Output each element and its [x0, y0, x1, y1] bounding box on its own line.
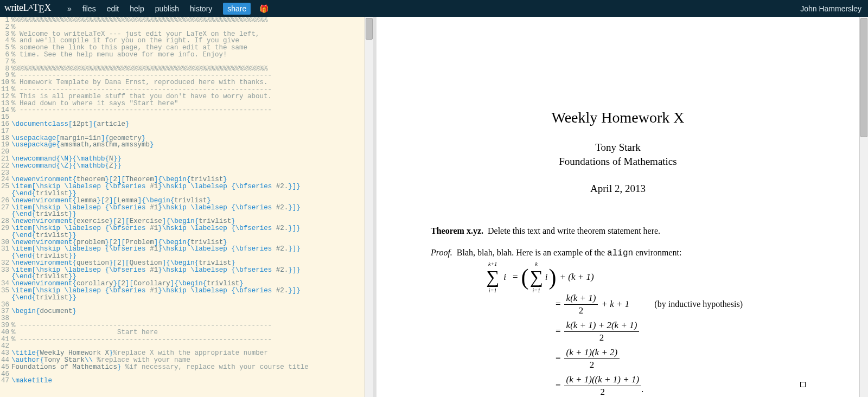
logo[interactable]: writeLATEX: [4, 2, 51, 15]
proof-text-a: Blah, blah, blah. Here is an example of …: [457, 248, 607, 257]
editor-scrollbar[interactable]: [365, 17, 373, 397]
proof-label: Proof.: [431, 248, 452, 257]
doc-author: Tony Stark: [431, 142, 805, 153]
menu-history[interactable]: history: [190, 4, 212, 13]
theorem-block: Theorem x.yz. Delete this text and write…: [431, 226, 805, 236]
proof-block: Proof. Blah, blah, blah. Here is an exam…: [431, 248, 805, 258]
preview-scrollbar[interactable]: [859, 17, 868, 397]
main-split: 1234567891011121314151617181920212223242…: [0, 17, 868, 397]
editor-gutter: 1234567891011121314151617181920212223242…: [0, 17, 11, 397]
menu-help[interactable]: help: [130, 4, 144, 13]
editor-code[interactable]: %%%%%%%%%%%%%%%%%%%%%%%%%%%%%%%%%%%%%%%%…: [11, 17, 365, 397]
menu-files[interactable]: files: [82, 4, 96, 13]
share-button[interactable]: share: [223, 3, 251, 15]
doc-date: April 2, 2013: [431, 183, 805, 195]
scrollbar-thumb[interactable]: [366, 18, 373, 40]
username-link[interactable]: John Hammersley: [800, 4, 861, 13]
menu-edit[interactable]: edit: [107, 4, 119, 13]
menu-more[interactable]: »: [67, 4, 72, 13]
scrollbar-thumb[interactable]: [860, 18, 867, 137]
math-align: k+1 ∑ i=1 i = ( k ∑ i=1 i ) + (k + 1): [485, 264, 805, 397]
editor-pane[interactable]: 1234567891011121314151617181920212223242…: [0, 17, 373, 397]
proof-tt: align: [607, 248, 633, 258]
theorem-label: Theorem x.yz.: [431, 226, 483, 235]
doc-title: Weekly Homework X: [431, 109, 805, 126]
qed-icon: [800, 382, 806, 387]
gift-icon[interactable]: 🎁: [259, 4, 269, 13]
doc-course: Foundations of Mathematics: [431, 156, 805, 168]
proof-text-b: environment:: [633, 248, 681, 257]
math-note: (by inductive hypothesis): [654, 299, 743, 309]
top-menu-bar: writeLATEX » files edit help publish his…: [0, 0, 868, 17]
preview-document: Weekly Homework X Tony Stark Foundations…: [376, 17, 859, 397]
menu-publish[interactable]: publish: [155, 4, 179, 13]
theorem-text: Delete this text and write theorem state…: [488, 226, 660, 235]
preview-pane[interactable]: Weekly Homework X Tony Stark Foundations…: [376, 17, 868, 397]
